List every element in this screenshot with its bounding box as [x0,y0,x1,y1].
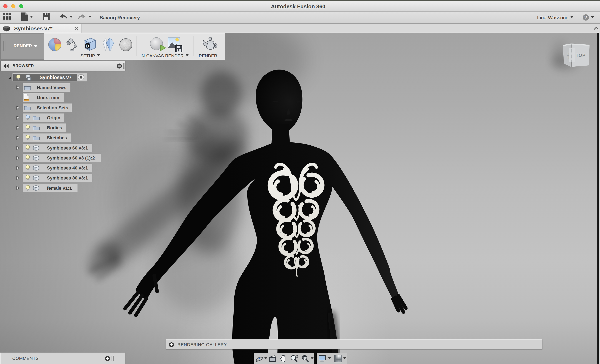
svg-text:TOP: TOP [576,53,586,58]
svg-text:D: D [86,44,89,48]
svg-text:LEFT: LEFT [566,50,570,59]
svg-text:?: ? [584,15,588,20]
